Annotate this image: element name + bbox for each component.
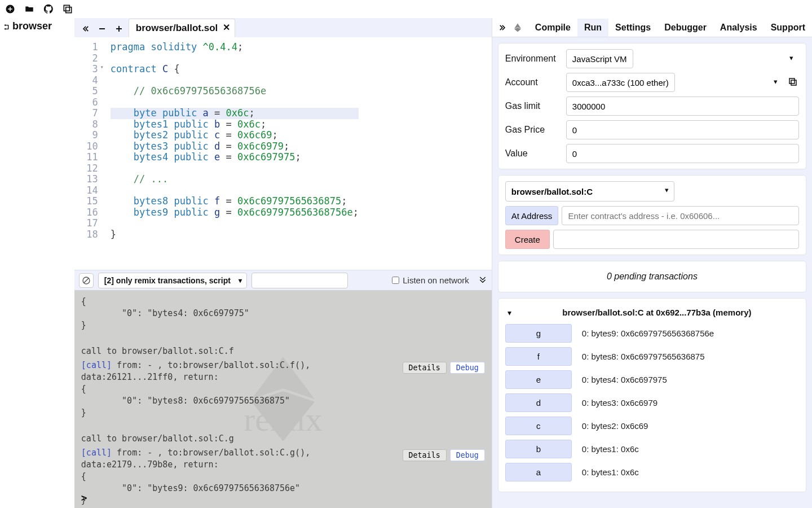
gaslimit-input[interactable]: [566, 97, 799, 116]
listen-network-toggle[interactable]: Listen on network: [392, 275, 469, 285]
tree-toggle-icon[interactable]: [3, 23, 12, 32]
console-toolbar: [2] only remix transactions, script List…: [74, 270, 492, 290]
svg-rect-1: [66, 7, 72, 13]
file-explorer: browser: [0, 18, 74, 508]
fn-return-g: 0: bytes9: 0x6c697975656368756e: [582, 329, 714, 338]
copy-account-icon[interactable]: [788, 77, 799, 88]
value-label: Value: [505, 148, 562, 159]
gaslimit-label: Gas limit: [505, 101, 562, 111]
remix-logo-icon: [513, 23, 523, 33]
tab-settings[interactable]: Settings: [608, 19, 657, 37]
gasprice-label: Gas Price: [505, 125, 562, 135]
contract-instance-card: ▾ browser/ballot.sol:C at 0x692...77b3a …: [498, 298, 806, 492]
svg-point-3: [5, 24, 6, 26]
zoom-out-icon[interactable]: [95, 20, 109, 37]
instance-collapse-icon[interactable]: ▾: [508, 308, 511, 317]
fn-return-a: 0: bytes1: 0x6c: [582, 467, 639, 477]
console: remix { "0": "bytes4: 0x6c697975" }call …: [74, 290, 492, 508]
gasprice-input[interactable]: [566, 120, 799, 139]
editor-tab-title: browser/ballot.sol: [136, 23, 218, 33]
fn-return-d: 0: bytes3: 0x6c6979: [582, 398, 657, 408]
tab-run[interactable]: Run: [577, 19, 608, 37]
editor-tabbar: browser/ballot.sol ✕: [74, 18, 492, 37]
debug-button[interactable]: Debug: [450, 362, 485, 374]
call-fn-a[interactable]: a: [505, 463, 572, 481]
environment-card: Environment JavaScript VM Account 0xca3.…: [498, 43, 806, 169]
collapse-right-icon[interactable]: [496, 19, 510, 36]
details-button[interactable]: Details: [403, 362, 447, 374]
open-folder-icon[interactable]: [24, 3, 35, 15]
explorer-root[interactable]: browser: [12, 20, 52, 32]
value-input[interactable]: [566, 144, 799, 163]
clear-console-icon[interactable]: [79, 273, 94, 288]
create-button[interactable]: Create: [505, 230, 550, 249]
call-fn-c[interactable]: c: [505, 417, 572, 435]
svg-point-4: [5, 28, 6, 30]
create-args-input[interactable]: [553, 230, 799, 249]
env-label: Environment: [505, 54, 562, 64]
call-fn-g[interactable]: g: [505, 324, 572, 343]
svg-marker-10: [514, 28, 521, 32]
console-collapse-icon[interactable]: [478, 276, 487, 285]
details-button[interactable]: Details: [403, 449, 447, 461]
code-editor[interactable]: 123456789101112131415161718 pragma solid…: [74, 37, 492, 270]
fn-return-f: 0: bytes8: 0x6c69797565636875: [582, 352, 705, 361]
account-select[interactable]: 0xca3...a733c (100 ether): [566, 73, 675, 92]
github-icon[interactable]: [43, 3, 54, 15]
copy-files-icon[interactable]: [62, 3, 73, 15]
svg-rect-2: [64, 5, 69, 11]
call-fn-b[interactable]: b: [505, 440, 572, 458]
fn-return-c: 0: bytes2: 0x6c69: [582, 421, 648, 431]
fn-return-e: 0: bytes4: 0x6c697975: [582, 375, 667, 384]
tab-support[interactable]: Support: [764, 19, 812, 37]
close-tab-icon[interactable]: ✕: [223, 22, 230, 33]
console-filter-dropdown[interactable]: [2] only remix transactions, script: [98, 273, 247, 288]
tab-compile[interactable]: Compile: [528, 19, 577, 37]
deploy-card: browser/ballot.sol:C At Address Create: [498, 175, 806, 255]
console-search-input[interactable]: [251, 273, 348, 288]
fn-return-b: 0: bytes1: 0x6c: [582, 444, 639, 454]
top-icon-bar: [0, 0, 812, 18]
at-address-button[interactable]: At Address: [505, 206, 559, 225]
collapse-left-icon[interactable]: [78, 20, 92, 37]
console-prompt[interactable]: >: [81, 491, 87, 505]
listen-network-checkbox[interactable]: [392, 277, 399, 284]
call-fn-d[interactable]: d: [505, 393, 572, 412]
pending-tx-card: 0 pending transactions: [498, 261, 806, 292]
tab-analysis[interactable]: Analysis: [713, 19, 764, 37]
call-fn-f[interactable]: f: [505, 347, 572, 366]
tab-debugger[interactable]: Debugger: [657, 19, 713, 37]
editor-tab[interactable]: browser/ballot.sol ✕: [129, 19, 235, 37]
contract-select[interactable]: browser/ballot.sol:C: [505, 181, 674, 202]
address-input[interactable]: [562, 206, 799, 225]
svg-rect-12: [789, 78, 795, 84]
debug-button[interactable]: Debug: [450, 449, 485, 461]
call-fn-e[interactable]: e: [505, 370, 572, 389]
new-file-icon[interactable]: [5, 3, 16, 15]
right-tabs: CompileRunSettingsDebuggerAnalysisSuppor…: [492, 18, 812, 37]
instance-title: browser/ballot.sol:C at 0x692...77b3a (m…: [562, 308, 751, 317]
svg-rect-11: [791, 80, 796, 85]
zoom-in-icon[interactable]: [112, 20, 126, 37]
account-label: Account: [505, 77, 562, 87]
environment-select[interactable]: JavaScript VM: [566, 49, 633, 68]
